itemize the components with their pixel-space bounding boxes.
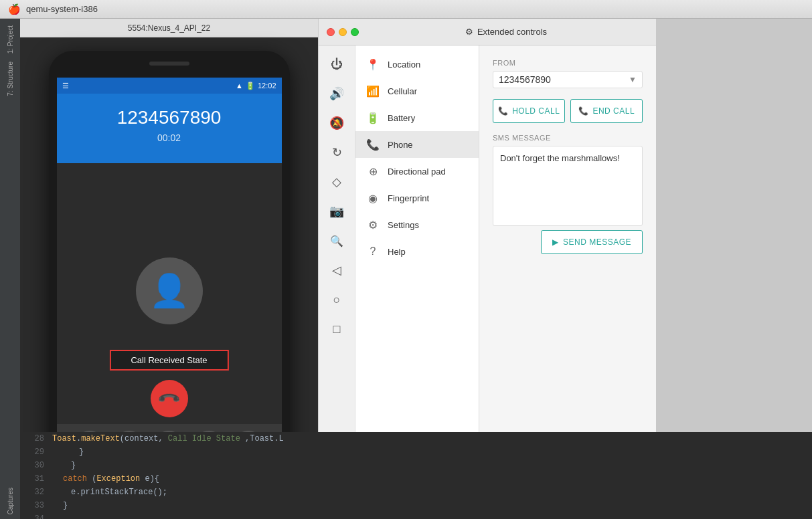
power-nav-item[interactable]: ⏻ <box>322 51 351 78</box>
avatar-area: 👤 Call Received State 📞 <box>57 163 282 424</box>
mac-title-bar: 🍎 qemu-system-i386 <box>0 0 812 19</box>
menu-label-settings: Settings <box>388 220 419 230</box>
code-editor-bottom: 28 Toast.makeText(context, Call Idle Sta… <box>20 432 812 519</box>
menu-label-phone: Phone <box>388 140 413 150</box>
menu-label-dpad: Directional pad <box>388 167 446 177</box>
from-section: From ▼ <box>493 59 643 88</box>
close-button[interactable] <box>327 28 335 36</box>
code-line-34: 34 <box>20 512 812 519</box>
menu-label-location: Location <box>388 60 420 70</box>
phone-menu-icon: 📞 <box>366 138 380 151</box>
structure-tab[interactable]: 7: Structure <box>5 58 15 100</box>
menu-label-help: Help <box>388 247 406 257</box>
signal-icon: ▲ <box>236 82 243 90</box>
settings-icon: ⚙ <box>366 219 380 231</box>
phone-input-row[interactable]: ▼ <box>493 71 643 88</box>
phone-screen: ☰ ▲ 🔋 12:02 1234567890 00:02 <box>57 78 282 465</box>
call-actions: 📞 HOLD CALL 📞 END CALL <box>493 99 643 123</box>
ext-controls-title-bar: ⚙ Extended controls <box>319 19 656 45</box>
fold-nav-item[interactable]: ◇ <box>322 169 351 195</box>
home-nav-icon[interactable]: ○ <box>322 286 351 313</box>
menu-item-settings[interactable]: ⚙ Settings <box>355 211 479 238</box>
menu-label-battery: Battery <box>388 113 415 123</box>
fingerprint-icon: ◉ <box>366 192 380 205</box>
captures-tab[interactable]: Captures <box>5 484 15 519</box>
menu-item-fingerprint[interactable]: ◉ Fingerprint <box>355 185 479 211</box>
menu-item-help[interactable]: ? Help <box>355 238 479 265</box>
menu-item-cellular[interactable]: 📶 Cellular <box>355 78 479 104</box>
project-tab[interactable]: 1: Project <box>5 21 15 58</box>
hold-icon: 📞 <box>498 106 509 116</box>
call-info-area: 1234567890 00:02 <box>57 94 282 163</box>
from-phone-input[interactable] <box>499 74 629 85</box>
ext-controls-title: Extended controls <box>477 27 547 37</box>
help-icon: ? <box>366 245 380 257</box>
code-line-32: 32 e.printStackTrace(); <box>20 486 812 499</box>
code-line-31: 31 catch (Exception e){ <box>20 472 812 486</box>
avatar-person-icon: 👤 <box>149 275 189 307</box>
maximize-button[interactable] <box>351 28 359 36</box>
from-label: From <box>493 59 643 67</box>
call-number: 1234567890 <box>117 107 222 128</box>
emulator-title: 5554:Nexus_4_API_22 <box>128 23 210 33</box>
battery-icon: 🔋 <box>246 82 255 90</box>
menu-item-dpad[interactable]: ⊕ Directional pad <box>355 158 479 185</box>
time-display: 12:02 <box>258 82 276 90</box>
battery-menu-icon: 🔋 <box>366 112 380 124</box>
location-icon: 📍 <box>366 58 380 71</box>
sms-textarea[interactable]: Don't forget the marshmallows! <box>493 146 643 226</box>
back-nav-icon[interactable]: ◁ <box>322 257 351 284</box>
send-message-button[interactable]: ▶ SEND MESSAGE <box>541 230 643 254</box>
sms-section: SMS message Don't forget the marshmallow… <box>493 134 643 254</box>
traffic-lights <box>327 28 359 36</box>
emulator-title-bar: 5554:Nexus_4_API_22 <box>20 19 318 37</box>
dropdown-arrow-icon[interactable]: ▼ <box>629 75 637 84</box>
send-icon: ▶ <box>552 237 559 247</box>
sms-label: SMS message <box>493 134 643 142</box>
app-title: qemu-system-i386 <box>26 4 98 14</box>
end-call-panel-icon: 📞 <box>578 106 589 116</box>
code-line-28: 28 Toast.makeText(context, Call Idle Sta… <box>20 432 812 445</box>
minimize-button[interactable] <box>339 28 347 36</box>
volume-nav-item[interactable]: 🔊 <box>322 80 351 107</box>
code-line-30: 30 } <box>20 459 812 472</box>
menu-label-fingerprint: Fingerprint <box>388 193 429 203</box>
ide-left-sidebar: 1: Project 7: Structure Captures <box>0 19 20 519</box>
square-nav-icon[interactable]: □ <box>322 316 351 342</box>
mute-nav-item[interactable]: 🔕 <box>322 110 351 136</box>
end-call-icon: 📞 <box>157 386 181 411</box>
zoom-nav-item[interactable]: 🔍 <box>322 227 351 254</box>
menu-item-phone[interactable]: 📞 Phone <box>355 131 479 158</box>
camera-nav-item[interactable]: 📷 <box>322 198 351 225</box>
hold-call-button[interactable]: 📞 HOLD CALL <box>493 99 565 123</box>
apple-logo: 🍎 <box>8 3 21 15</box>
ext-controls-icon: ⚙ <box>465 27 473 37</box>
cellular-icon: 📶 <box>366 85 380 98</box>
code-line-29: 29 } <box>20 445 812 459</box>
ext-title-text: ⚙ Extended controls <box>364 27 648 37</box>
menu-item-battery[interactable]: 🔋 Battery <box>355 104 479 131</box>
status-bar: ☰ ▲ 🔋 12:02 <box>57 78 282 94</box>
end-call-btn-panel[interactable]: 📞 END CALL <box>570 99 643 123</box>
dpad-icon: ⊕ <box>366 165 380 178</box>
menu-item-location[interactable]: 📍 Location <box>355 51 479 78</box>
call-duration: 00:02 <box>157 132 181 143</box>
avatar: 👤 <box>136 257 203 324</box>
end-call-button[interactable]: 📞 <box>151 380 188 417</box>
rotate-nav-item[interactable]: ↻ <box>322 139 351 166</box>
code-line-33: 33 } <box>20 499 812 512</box>
menu-label-cellular: Cellular <box>388 86 417 96</box>
call-received-state-badge[interactable]: Call Received State <box>109 350 228 371</box>
